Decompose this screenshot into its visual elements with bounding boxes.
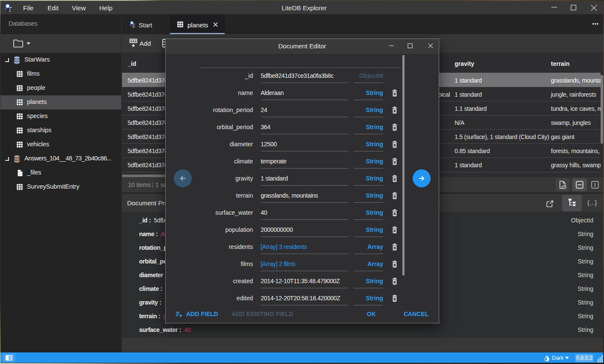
svg-text:L: L bbox=[132, 24, 134, 28]
svg-text:L: L bbox=[9, 8, 12, 13]
